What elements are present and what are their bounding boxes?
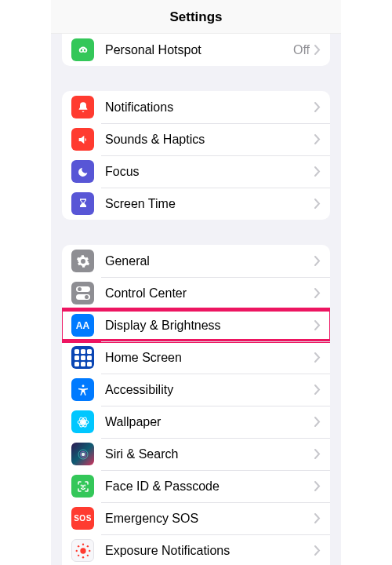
chevron-right-icon <box>314 166 321 177</box>
row-home-screen[interactable]: Home Screen <box>62 341 330 374</box>
svg-point-16 <box>89 549 90 551</box>
chevron-right-icon <box>314 199 321 209</box>
svg-point-12 <box>80 548 85 553</box>
row-control-center[interactable]: Control Center <box>62 277 330 309</box>
siri-icon <box>71 443 94 465</box>
chevron-right-icon <box>314 545 321 556</box>
settings-group-connectivity: Personal Hotspot Off <box>62 34 330 66</box>
row-label: Siri & Search <box>105 447 314 461</box>
svg-point-18 <box>86 545 88 546</box>
row-label: Notifications <box>105 100 314 115</box>
chevron-right-icon <box>314 320 321 330</box>
control-center-icon <box>71 282 94 304</box>
row-sounds-haptics[interactable]: Sounds & Haptics <box>62 123 330 155</box>
row-exposure-notifications[interactable]: Exposure Notifications <box>62 534 330 565</box>
chevron-right-icon <box>314 256 321 266</box>
svg-point-11 <box>84 485 85 486</box>
page-title: Settings <box>51 9 341 25</box>
svg-point-9 <box>81 452 85 456</box>
notifications-icon <box>71 96 94 118</box>
svg-point-20 <box>86 554 88 556</box>
personal-hotspot-icon <box>71 38 94 61</box>
general-icon <box>71 250 94 272</box>
sounds-icon <box>71 128 94 151</box>
settings-group-alerts: Notifications Sounds & Haptics Focus Scr… <box>62 91 330 220</box>
row-personal-hotspot[interactable]: Personal Hotspot Off <box>62 34 330 66</box>
chevron-right-icon <box>314 352 321 363</box>
settings-group-general: General Control Center AA Display & Brig… <box>62 245 330 565</box>
svg-point-14 <box>82 556 83 558</box>
row-wallpaper[interactable]: Wallpaper <box>62 406 330 438</box>
row-label: Screen Time <box>105 197 314 211</box>
home-screen-icon <box>71 346 94 369</box>
row-label: Focus <box>105 165 314 179</box>
row-siri-search[interactable]: Siri & Search <box>62 438 330 470</box>
exposure-notifications-icon <box>71 539 94 562</box>
row-label: Display & Brightness <box>105 319 314 333</box>
display-brightness-icon: AA <box>71 314 94 337</box>
row-label: Personal Hotspot <box>105 43 293 57</box>
face-id-icon <box>71 475 94 498</box>
row-label: Exposure Notifications <box>105 544 314 558</box>
chevron-right-icon <box>314 513 321 523</box>
row-label: Sounds & Haptics <box>105 133 314 147</box>
chevron-right-icon <box>314 134 321 144</box>
svg-point-3 <box>81 420 85 424</box>
row-label: Control Center <box>105 286 314 301</box>
svg-point-15 <box>75 549 77 551</box>
row-face-id-passcode[interactable]: Face ID & Passcode <box>62 470 330 502</box>
row-screen-time[interactable]: Screen Time <box>62 188 330 220</box>
row-label: Home Screen <box>105 351 314 365</box>
svg-point-13 <box>82 543 83 545</box>
row-display-brightness[interactable]: AA Display & Brightness <box>62 309 330 341</box>
sos-icon: SOS <box>71 507 94 530</box>
row-general[interactable]: General <box>62 245 330 277</box>
row-accessibility[interactable]: Accessibility <box>62 374 330 406</box>
row-emergency-sos[interactable]: SOS Emergency SOS <box>62 502 330 534</box>
focus-icon <box>71 160 94 183</box>
chevron-right-icon <box>314 481 321 491</box>
svg-point-1 <box>83 48 87 52</box>
chevron-right-icon <box>314 385 321 395</box>
row-label: Wallpaper <box>105 415 314 429</box>
row-notifications[interactable]: Notifications <box>62 91 330 123</box>
svg-point-2 <box>82 385 84 387</box>
row-label: Face ID & Passcode <box>105 479 314 494</box>
wallpaper-icon <box>71 410 94 433</box>
accessibility-icon <box>71 378 94 401</box>
svg-point-10 <box>81 485 82 486</box>
chevron-right-icon <box>314 45 321 55</box>
svg-point-19 <box>77 554 78 556</box>
row-detail: Off <box>293 43 310 57</box>
row-focus[interactable]: Focus <box>62 155 330 188</box>
chevron-right-icon <box>314 288 321 298</box>
chevron-right-icon <box>314 102 321 112</box>
row-label: Emergency SOS <box>105 512 314 526</box>
row-label: Accessibility <box>105 383 314 397</box>
svg-point-17 <box>77 545 78 546</box>
row-label: General <box>105 254 314 268</box>
chevron-right-icon <box>314 449 321 459</box>
settings-header: Settings <box>51 0 341 34</box>
chevron-right-icon <box>314 417 321 427</box>
screen-time-icon <box>71 192 94 215</box>
